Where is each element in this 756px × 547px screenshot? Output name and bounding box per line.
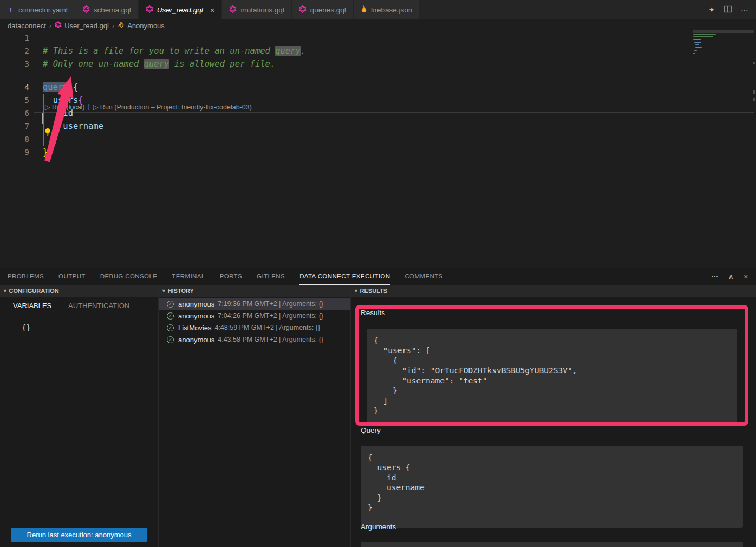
authentication-tab[interactable]: AUTHENTICATION xyxy=(68,302,129,310)
history-row[interactable]: ✓ ListMovies 4:48:59 PM GMT+2 | Argument… xyxy=(159,322,350,334)
history-row[interactable]: ✓ anonymous 7:04:26 PM GMT+2 | Arguments… xyxy=(159,310,350,322)
results-section-header[interactable]: ∨ RESULTS xyxy=(351,285,756,297)
panel-tab-bar: PROBLEMS OUTPUT DEBUG CONSOLE TERMINAL P… xyxy=(0,268,756,285)
code-line-6: id xyxy=(43,107,73,120)
panel-tab-terminal[interactable]: TERMINAL xyxy=(172,268,205,285)
line-number: 8 xyxy=(0,133,29,146)
breadcrumb-dataconnect[interactable]: dataconnect xyxy=(8,22,46,30)
variables-tab-underline xyxy=(12,315,50,315)
line-number: 6 xyxy=(0,107,29,120)
chevron-down-icon: ∨ xyxy=(354,289,358,293)
graphql-icon xyxy=(55,21,62,30)
code-line-2: # This is a file for you to write an un-… xyxy=(43,44,305,57)
variables-value[interactable]: {} xyxy=(22,323,31,332)
line-number: 2 xyxy=(0,44,29,57)
tab-bar-actions: ✦ ⋯ xyxy=(708,0,756,19)
tab-queries-gql[interactable]: queries.gql xyxy=(292,0,353,19)
minimap[interactable] xyxy=(693,31,724,75)
code-line-4: query { xyxy=(43,81,78,94)
column-divider xyxy=(350,285,351,547)
history-list: ✓ anonymous 7:19:36 PM GMT+2 | Arguments… xyxy=(159,298,350,346)
rerun-last-execution-button[interactable]: Rerun last execution: anonymous xyxy=(11,528,147,542)
panel-actions: ⋯ ∧ × xyxy=(711,272,756,281)
history-row[interactable]: ✓ anonymous 7:19:36 PM GMT+2 | Arguments… xyxy=(159,298,350,310)
split-editor-icon[interactable] xyxy=(724,5,732,15)
operation-symbol-icon xyxy=(118,21,125,30)
tab-label: connector.yaml xyxy=(18,6,68,14)
selected-keyword: query xyxy=(43,82,68,92)
arguments-label: Arguments xyxy=(361,523,396,531)
tab-schema-gql[interactable]: schema.gql xyxy=(75,0,138,19)
overview-ruler-mark xyxy=(753,98,755,101)
panel-tab-problems[interactable]: PROBLEMS xyxy=(8,268,44,285)
chevron-right-icon: › xyxy=(112,22,114,30)
history-row[interactable]: ✓ anonymous 4:43:58 PM GMT+2 | Arguments… xyxy=(159,334,350,346)
maximize-panel-icon[interactable]: ∧ xyxy=(728,272,734,281)
line-number: 5 xyxy=(0,94,29,107)
pass-check-icon: ✓ xyxy=(167,312,174,320)
line-number: 4 xyxy=(0,81,29,94)
highlighted-word: query xyxy=(144,59,170,69)
tab-label: firebase.json xyxy=(371,6,413,14)
close-tab-icon[interactable]: × xyxy=(210,6,215,14)
query-output[interactable]: { users { id username } } xyxy=(361,446,743,528)
graphql-icon xyxy=(229,5,237,15)
more-actions-icon[interactable]: ⋯ xyxy=(711,272,718,281)
variables-tab[interactable]: VARIABLES xyxy=(13,302,51,310)
chevron-down-icon: ∨ xyxy=(3,289,7,293)
results-label: Results xyxy=(361,309,385,317)
code-line-9: } xyxy=(43,146,48,159)
panel-tab-debug-console[interactable]: DEBUG CONSOLE xyxy=(100,268,158,285)
graphql-icon xyxy=(146,5,153,15)
tab-label: User_read.gql xyxy=(157,6,203,14)
panel-tab-gitlens[interactable]: GITLENS xyxy=(257,268,285,285)
graphql-icon xyxy=(299,5,307,15)
line-number: 7 xyxy=(0,120,29,133)
code-line-3: # Only one un-named query is allowed per… xyxy=(43,57,275,70)
editor-tab-bar: ! connector.yaml schema.gql User_read.gq… xyxy=(0,0,756,19)
code-line-5: users{ xyxy=(43,94,83,107)
overview-ruler-mark xyxy=(753,90,755,94)
tab-mutations-gql[interactable]: mutations.gql xyxy=(222,0,291,19)
pass-check-icon: ✓ xyxy=(167,301,174,308)
chevron-down-icon: ∨ xyxy=(162,289,166,293)
copilot-sparkle-icon[interactable]: ✦ xyxy=(708,5,715,14)
graphql-icon xyxy=(82,5,90,15)
more-actions-icon[interactable]: ⋯ xyxy=(741,5,748,14)
line-number: 1 xyxy=(0,31,29,44)
tab-user-read-gql[interactable]: User_read.gql × xyxy=(139,0,222,19)
tab-label: mutations.gql xyxy=(240,6,284,14)
indent-guide xyxy=(54,107,54,133)
breadcrumb-symbol-anonymous[interactable]: Anonymous xyxy=(118,21,165,30)
panel-tab-output[interactable]: OUTPUT xyxy=(58,268,86,285)
bottom-panel: PROBLEMS OUTPUT DEBUG CONSOLE TERMINAL P… xyxy=(0,268,756,547)
yaml-warning-icon: ! xyxy=(7,6,15,14)
breadcrumb-file[interactable]: User_read.gql xyxy=(55,21,109,30)
indent-guide xyxy=(43,94,44,146)
breadcrumb: dataconnect › User_read.gql › Anonymous xyxy=(0,19,756,31)
results-json-output[interactable]: { "users": [ { "id": "OrTucFODZHTksvBSBU… xyxy=(367,329,737,425)
code-line-7: username xyxy=(43,120,103,133)
chevron-right-icon: › xyxy=(49,22,51,30)
pass-check-icon: ✓ xyxy=(167,324,174,331)
panel-tab-comments[interactable]: COMMENTS xyxy=(405,268,442,285)
firebase-icon xyxy=(361,5,367,15)
tab-firebase-json[interactable]: firebase.json xyxy=(354,0,420,19)
code-editor[interactable]: 1 2 # This is a file for you to write an… xyxy=(0,31,756,268)
tab-connector-yaml[interactable]: ! connector.yaml xyxy=(0,0,75,19)
tab-label: queries.gql xyxy=(310,6,346,14)
highlighted-word: query xyxy=(275,46,301,56)
history-section-header[interactable]: ∨ HISTORY xyxy=(159,285,350,297)
arguments-output[interactable]: {} xyxy=(361,542,743,547)
line-number: 3 xyxy=(0,57,29,70)
overview-ruler-mark xyxy=(753,62,755,64)
close-panel-icon[interactable]: × xyxy=(744,272,748,281)
tab-label: schema.gql xyxy=(94,6,131,14)
pass-check-icon: ✓ xyxy=(167,336,174,343)
panel-tab-data-connect-execution[interactable]: DATA CONNECT EXECUTION xyxy=(299,268,390,285)
line-number: 9 xyxy=(0,146,29,159)
query-label: Query xyxy=(361,426,381,434)
code-line-8: } xyxy=(43,133,58,146)
panel-tab-ports[interactable]: PORTS xyxy=(220,268,242,285)
configuration-section-header[interactable]: ∨ CONFIGURATION xyxy=(0,285,158,297)
